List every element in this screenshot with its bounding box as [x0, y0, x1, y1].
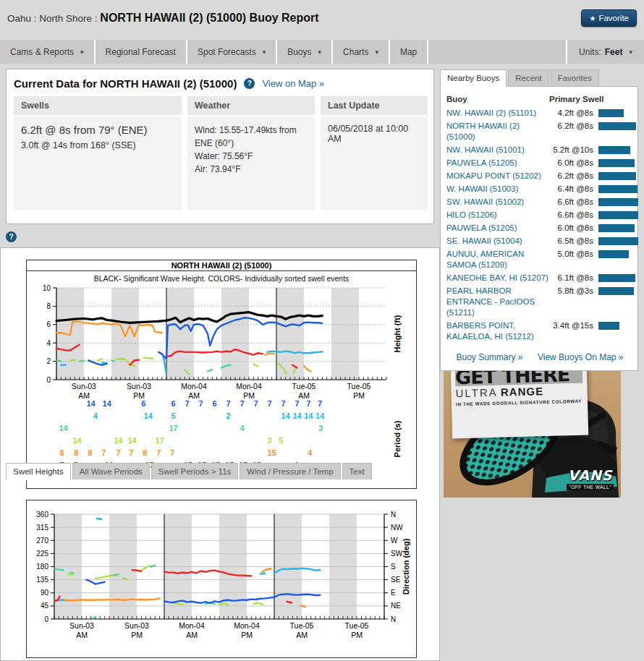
buoy-swell-bar-cell	[598, 286, 634, 318]
buoy-row: NW. HAWAII (51001)5.2ft @10s	[446, 144, 633, 157]
svg-text:90: 90	[41, 589, 49, 597]
svg-text:PM: PM	[241, 631, 253, 639]
buoy-swell-bar-cell	[598, 197, 638, 208]
sidebar-tab-nearby-buoys[interactable]: Nearby Buoys	[440, 69, 507, 87]
buoy-column-header: Buoy	[446, 94, 549, 105]
buoy-link[interactable]: NW. HAWAII (51001)	[446, 145, 549, 155]
nav-item-regional-forecast[interactable]: Regional Forecast	[96, 40, 187, 64]
buoy-link[interactable]: PAUWELA (51205)	[446, 158, 549, 169]
svg-text:5: 5	[171, 411, 175, 420]
buoy-link[interactable]: SW. HAWAII (51002)	[446, 197, 549, 208]
view-buoys-on-map-link[interactable]: View Buoys On Map »	[538, 352, 624, 362]
buoy-link[interactable]: BARBERS POINT, KALAELOA, HI (51212)	[446, 320, 549, 342]
buoy-swell-bar-cell	[598, 158, 635, 169]
svg-text:Tue-05: Tue-05	[290, 621, 314, 630]
weather-header: Weather	[187, 96, 315, 115]
svg-text:5: 5	[279, 436, 283, 445]
chart-tab-swell-heights[interactable]: Swell Heights	[6, 463, 71, 480]
sidebar-tab-favorites[interactable]: Favorites	[551, 69, 599, 86]
buoy-summary-link[interactable]: Buoy Summary »	[456, 352, 522, 362]
ad-subhead: ULTRA RANGE	[455, 384, 582, 401]
buoy-swell-bar	[598, 322, 619, 330]
svg-text:Mon-04: Mon-04	[179, 621, 205, 630]
buoy-swell-value: 6.2ft @8s	[549, 171, 598, 182]
buoy-swell-bar-cell	[598, 184, 637, 195]
units-dropdown[interactable]: Units: Feet ▾	[567, 40, 644, 64]
svg-text:225: 225	[36, 550, 48, 558]
buoy-link[interactable]: MOKAPU POINT (51202)	[446, 171, 549, 182]
chart-tab-swell-periods-11s[interactable]: Swell Periods > 11s	[151, 463, 238, 479]
buoy-link[interactable]: KANEOHE BAY, HI (51207)	[446, 273, 549, 283]
nav-item-charts[interactable]: Charts▾	[333, 40, 390, 64]
svg-text:4: 4	[308, 448, 313, 457]
current-data-heading: Current Data for NORTH HAWAII (2) (51000…	[14, 77, 237, 90]
breadcrumb-prefix[interactable]: Oahu : North Shore :	[7, 13, 100, 24]
svg-text:7: 7	[295, 399, 299, 408]
buoy-swell-bar	[598, 224, 635, 232]
buoy-link[interactable]: PEARL HARBOR ENTRANCE - PacIOOS (51211)	[446, 286, 549, 318]
buoy-swell-bar	[598, 198, 638, 206]
nav-item-spot-forecasts[interactable]: Spot Forecasts▾	[187, 40, 277, 64]
nav-item-buoys[interactable]: Buoys▾	[277, 40, 333, 64]
nearby-buoys-panel: Nearby BuoysRecentFavorites Buoy Primary…	[440, 69, 638, 371]
svg-text:AM: AM	[296, 631, 308, 639]
last-update-header: Last Update	[321, 96, 428, 115]
buoy-swell-bar	[598, 250, 629, 258]
svg-text:N: N	[391, 511, 396, 519]
svg-text:AM: AM	[186, 631, 198, 639]
buoy-link[interactable]: AUNUU, AMERICAN SAMOA (51209)	[446, 249, 549, 270]
svg-text:Sun-03: Sun-03	[72, 382, 96, 391]
svg-text:Direction (deg): Direction (deg)	[402, 538, 410, 594]
svg-text:6: 6	[212, 399, 216, 408]
sidebar-tab-recent[interactable]: Recent	[508, 69, 548, 86]
buoy-row: PEARL HARBOR ENTRANCE - PacIOOS (51211)5…	[446, 285, 633, 320]
buoy-link[interactable]: HILO (51206)	[446, 210, 549, 221]
buoy-row: PAUWELA (51205)6.0ft @8s	[446, 222, 633, 235]
svg-text:6: 6	[141, 399, 145, 408]
nav-item-map[interactable]: Map	[390, 40, 428, 64]
buoy-swell-bar-cell	[598, 223, 635, 234]
last-update-value: 06/05/2018 at 10:00 AM	[328, 124, 420, 144]
buoy-link[interactable]: W. HAWAII (51003)	[446, 184, 549, 195]
chevron-down-icon: ▾	[80, 48, 84, 56]
favorite-label: Favorite	[598, 14, 629, 22]
svg-text:8: 8	[143, 448, 147, 457]
buoy-link[interactable]: PAUWELA (51205)	[446, 223, 549, 234]
svg-text:3: 3	[267, 436, 271, 445]
chart-tab-all-wave-periods[interactable]: All Wave Periods	[72, 463, 150, 479]
chevron-down-icon: ▾	[629, 48, 632, 56]
view-on-map-link[interactable]: View on Map »	[262, 78, 324, 89]
svg-text:E: E	[391, 589, 396, 597]
svg-text:7: 7	[226, 399, 230, 408]
last-update-column: Last Update 06/05/2018 at 10:00 AM	[321, 96, 428, 210]
svg-text:14: 14	[127, 436, 137, 445]
nav-item-label: Map	[400, 47, 417, 57]
svg-text:AM: AM	[76, 631, 88, 639]
chart-help-icon[interactable]: ?	[6, 231, 17, 242]
primary-swell-column-header: Primary Swell	[549, 94, 633, 105]
buoy-swell-value: 4.2ft @8s	[549, 108, 598, 119]
buoy-swell-bar	[598, 287, 634, 295]
help-icon[interactable]: ?	[244, 78, 255, 89]
buoy-swell-value: 5.0ft @8s	[549, 249, 598, 270]
swell-primary-value: 6.2ft @ 8s from 79° (ENE)	[21, 124, 174, 136]
svg-text:PM: PM	[351, 631, 363, 639]
buoy-row: NORTH HAWAII (2) (51000)6.2ft @8s	[446, 120, 633, 144]
svg-text:7: 7	[156, 448, 161, 457]
svg-text:180: 180	[36, 563, 48, 571]
svg-text:4: 4	[240, 424, 245, 432]
buoy-link[interactable]: NORTH HAWAII (2) (51000)	[446, 121, 549, 142]
chart-tab-wind-pressure-temp[interactable]: Wind / Pressure / Temp	[240, 463, 340, 479]
nav-item-cams-reports[interactable]: Cams & Reports▾	[0, 40, 96, 64]
buoy-link[interactable]: SE. HAWAII (51004)	[446, 236, 549, 247]
svg-text:8: 8	[60, 448, 64, 457]
buoy-swell-bar-cell	[598, 171, 636, 182]
chart-tab-text[interactable]: Text	[342, 463, 372, 479]
svg-text:Tue-05: Tue-05	[345, 621, 369, 630]
buoy-row: AUNUU, AMERICAN SAMOA (51209)5.0ft @8s	[446, 248, 633, 272]
svg-text:14: 14	[72, 436, 82, 445]
buoy-swell-bar-cell	[598, 210, 638, 221]
svg-text:Sun-03: Sun-03	[69, 621, 94, 630]
favorite-button[interactable]: ★Favorite	[581, 9, 637, 27]
buoy-link[interactable]: NW. HAWAII (2) (51101)	[446, 108, 549, 119]
